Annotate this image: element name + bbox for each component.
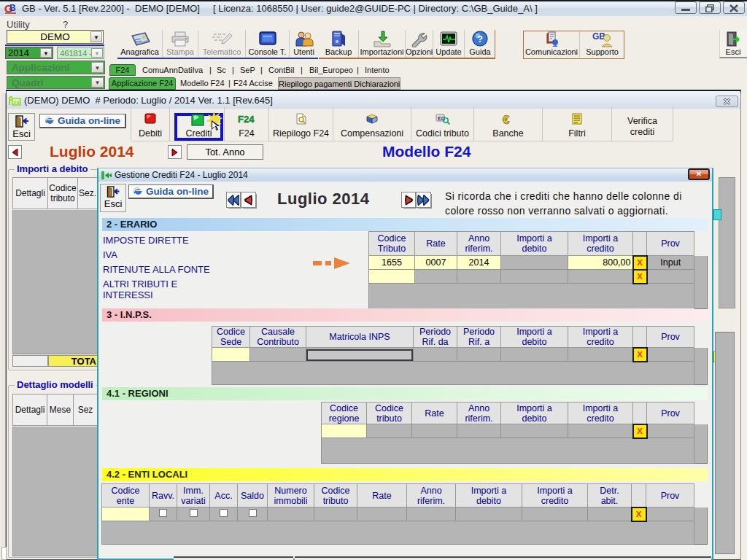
svg-text:F24: F24 (238, 114, 255, 125)
svg-text:24: 24 (13, 99, 20, 106)
svg-text:€: € (503, 113, 510, 125)
svg-text:?: ? (477, 34, 483, 44)
svg-text:B: B (9, 3, 16, 13)
